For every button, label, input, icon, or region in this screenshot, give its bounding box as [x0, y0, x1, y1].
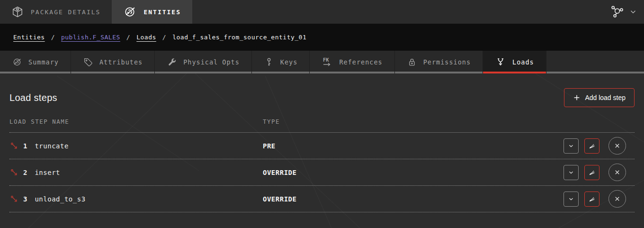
- breadcrumb-entity-link[interactable]: publish.F_SALES: [61, 34, 120, 41]
- step-name: unload_to_s3: [35, 195, 85, 203]
- add-load-step-label: Add load step: [585, 94, 626, 101]
- tab-loads[interactable]: Loads: [483, 51, 546, 73]
- step-number: 3: [23, 195, 27, 203]
- tab-label: References: [339, 58, 382, 66]
- tab-label: Loads: [512, 58, 534, 66]
- breadcrumb-separator: /: [51, 34, 55, 41]
- column-header-type: TYPE: [263, 118, 564, 125]
- table-row: 2 insert OVERRIDE: [9, 159, 635, 186]
- tab-label: Keys: [280, 58, 298, 66]
- table-row: 1 truncate PRE: [9, 133, 635, 159]
- quill-edit-icon: [588, 142, 596, 150]
- table-header: LOAD STEP NAME TYPE: [9, 118, 635, 133]
- breadcrumb-separator: /: [126, 34, 130, 41]
- load-step-arrow-icon: [9, 141, 19, 151]
- svg-text:FK: FK: [323, 57, 329, 63]
- row-expand-button[interactable]: [564, 138, 579, 154]
- top-nav: PACKAGE DETAILS ENTITIES: [0, 0, 644, 24]
- row-delete-button[interactable]: [608, 190, 626, 208]
- tab-keys[interactable]: Keys: [252, 51, 310, 73]
- chevron-down-icon: [568, 143, 574, 149]
- tab-label: Attributes: [99, 58, 143, 66]
- quill-edit-icon: [588, 169, 596, 176]
- chevron-down-icon: [568, 196, 574, 202]
- breadcrumb: Entities / publish.F_SALES / Loads / loa…: [0, 24, 644, 51]
- tag-icon: [83, 57, 93, 67]
- step-number: 1: [23, 142, 27, 150]
- row-expand-button[interactable]: [564, 165, 579, 180]
- tab-label: Physical Opts: [183, 58, 240, 66]
- network-icon[interactable]: [610, 5, 624, 19]
- step-type: PRE: [263, 142, 564, 150]
- tab-label: Permissions: [423, 58, 471, 66]
- row-edit-button[interactable]: [584, 192, 599, 207]
- tab-permissions[interactable]: Permissions: [395, 51, 483, 73]
- tab-attributes[interactable]: Attributes: [71, 51, 155, 73]
- lock-icon: [407, 57, 417, 67]
- load-step-arrow-icon: [9, 168, 19, 177]
- top-tab-label: ENTITIES: [143, 9, 181, 16]
- step-name: truncate: [35, 142, 68, 150]
- load-step-arrow-icon: [9, 194, 19, 204]
- breadcrumb-loads[interactable]: Loads: [136, 34, 156, 41]
- step-name: insert: [35, 169, 60, 176]
- load-steps-table: LOAD STEP NAME TYPE 1 truncate PRE: [9, 118, 635, 212]
- package-icon: [11, 6, 24, 18]
- chevron-down-icon[interactable]: [629, 8, 637, 16]
- add-load-step-button[interactable]: Add load step: [564, 88, 635, 107]
- row-edit-button[interactable]: [584, 165, 599, 180]
- tab-summary[interactable]: Summary: [0, 51, 71, 73]
- breadcrumb-current: load_f_sales_from_source_entity_01: [172, 34, 306, 41]
- summary-icon: [12, 57, 22, 67]
- column-header-name: LOAD STEP NAME: [9, 118, 263, 125]
- close-icon: [614, 195, 621, 202]
- chevron-down-icon: [568, 169, 574, 176]
- entity-tabbar: Summary Attributes Physical Opts: [0, 51, 644, 73]
- step-number: 2: [23, 169, 27, 176]
- top-tab-entities[interactable]: ENTITIES: [112, 0, 192, 24]
- top-tab-label: PACKAGE DETAILS: [31, 9, 100, 16]
- page-title: Load steps: [9, 92, 57, 103]
- top-nav-right: [610, 0, 644, 24]
- merge-icon: [495, 56, 506, 68]
- close-icon: [614, 169, 621, 176]
- row-edit-button[interactable]: [584, 138, 599, 154]
- quill-edit-icon: [588, 195, 596, 203]
- tab-label: Summary: [28, 58, 59, 66]
- key-icon: [264, 57, 274, 67]
- step-type: OVERRIDE: [263, 169, 564, 176]
- row-expand-button[interactable]: [564, 192, 579, 207]
- tab-physical-opts[interactable]: Physical Opts: [155, 51, 252, 73]
- foreign-key-icon: FK: [322, 56, 333, 68]
- step-type: OVERRIDE: [263, 195, 564, 203]
- load-steps-panel: Load steps Add load step LOAD STEP NAME …: [0, 88, 644, 212]
- entities-icon: [123, 5, 136, 18]
- close-icon: [614, 142, 621, 149]
- tab-references[interactable]: FK References: [310, 51, 394, 73]
- top-tab-package-details[interactable]: PACKAGE DETAILS: [0, 0, 112, 24]
- wrench-icon: [167, 57, 177, 67]
- breadcrumb-separator: /: [162, 34, 166, 41]
- breadcrumb-entities[interactable]: Entities: [13, 34, 45, 41]
- row-delete-button[interactable]: [608, 137, 626, 155]
- table-row: 3 unload_to_s3 OVERRIDE: [9, 186, 635, 212]
- row-delete-button[interactable]: [608, 164, 626, 181]
- plus-icon: [573, 94, 581, 101]
